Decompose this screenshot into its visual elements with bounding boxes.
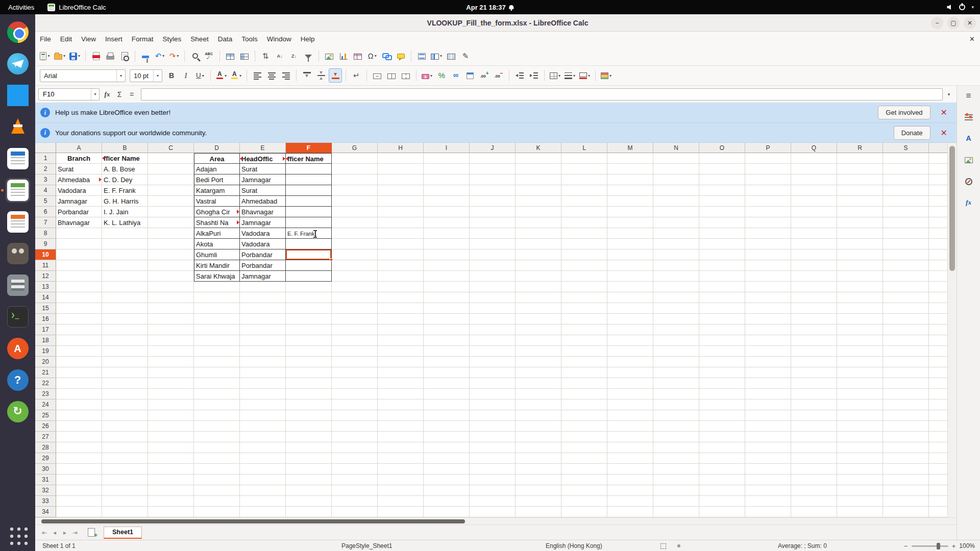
cell-H8[interactable]: [378, 228, 424, 239]
cell-A7[interactable]: Bhavnagar: [56, 217, 102, 228]
cell-N29[interactable]: [653, 453, 699, 464]
cell-Q16[interactable]: [791, 314, 837, 324]
cell-partial[interactable]: [929, 496, 947, 507]
cell-N27[interactable]: [653, 432, 699, 442]
cell-O33[interactable]: [699, 496, 745, 507]
cell-A29[interactable]: [56, 453, 102, 464]
cell-N28[interactable]: [653, 442, 699, 453]
dock-item-writer[interactable]: [6, 146, 30, 171]
cell-O24[interactable]: [699, 399, 745, 410]
dock-item-updater[interactable]: [6, 399, 30, 424]
sidebar-styles-button[interactable]: A: [962, 132, 976, 145]
cell-E2[interactable]: Surat: [240, 164, 286, 174]
cell-N12[interactable]: [653, 271, 699, 282]
cell-partial[interactable]: [929, 271, 947, 282]
cell-A27[interactable]: [56, 432, 102, 442]
cell-O8[interactable]: [699, 228, 745, 239]
cell-B4[interactable]: E. F. Frank: [102, 185, 148, 196]
insert-hyperlink-button[interactable]: [380, 49, 393, 63]
cell-O23[interactable]: [699, 389, 745, 399]
cell-M30[interactable]: [607, 464, 653, 474]
cell-G34[interactable]: [332, 507, 378, 517]
cell-E24[interactable]: [240, 399, 286, 410]
row-header-34[interactable]: 34: [35, 507, 56, 517]
row-header-15[interactable]: 15: [35, 303, 56, 314]
cell-P4[interactable]: [745, 185, 791, 196]
cell-partial[interactable]: [929, 228, 947, 239]
cell-D22[interactable]: [194, 378, 240, 389]
insert-special-character-button[interactable]: Ω▾: [365, 49, 379, 63]
cell-R16[interactable]: [837, 314, 883, 324]
vertical-scrollbar-thumb[interactable]: [949, 146, 955, 271]
cell-D34[interactable]: [194, 507, 240, 517]
cell-G30[interactable]: [332, 464, 378, 474]
cell-M14[interactable]: [607, 292, 653, 303]
cell-H27[interactable]: [378, 432, 424, 442]
cell-D11[interactable]: Kirti Mandir: [194, 260, 240, 271]
cell-A11[interactable]: [56, 260, 102, 271]
cell-D9[interactable]: Akota: [194, 239, 240, 249]
cell-D6[interactable]: Ghogha Cir: [194, 207, 240, 217]
cell-L31[interactable]: [561, 474, 607, 485]
cell-M4[interactable]: [607, 185, 653, 196]
cell-partial[interactable]: [929, 378, 947, 389]
cell-C8[interactable]: [148, 228, 194, 239]
menu-format[interactable]: Format: [127, 32, 158, 46]
cell-S10[interactable]: [883, 249, 929, 260]
col-header-C[interactable]: C: [148, 143, 194, 153]
cell-L19[interactable]: [561, 346, 607, 357]
cell-L2[interactable]: [561, 164, 607, 174]
cell-H10[interactable]: [378, 249, 424, 260]
cell-M21[interactable]: [607, 367, 653, 378]
cell-R14[interactable]: [837, 292, 883, 303]
cell-R24[interactable]: [837, 399, 883, 410]
add-decimal-place-button[interactable]: [478, 68, 491, 83]
cell-Q26[interactable]: [791, 421, 837, 432]
col-header-N[interactable]: N: [653, 143, 699, 153]
cell-N33[interactable]: [653, 496, 699, 507]
cell-F15[interactable]: [286, 303, 332, 314]
document-modified-icon[interactable]: [677, 540, 680, 551]
cell-D32[interactable]: [194, 485, 240, 496]
cell-K15[interactable]: [516, 303, 561, 314]
cell-G14[interactable]: [332, 292, 378, 303]
cell-K30[interactable]: [516, 464, 561, 474]
cell-F18[interactable]: [286, 335, 332, 346]
row-header-10[interactable]: 10: [35, 249, 56, 260]
cell-N13[interactable]: [653, 282, 699, 292]
cell-P33[interactable]: [745, 496, 791, 507]
cell-C5[interactable]: [148, 196, 194, 207]
dropdown-arrow-icon[interactable]: ▾: [430, 73, 432, 78]
cell-B25[interactable]: [102, 410, 148, 421]
cell-L4[interactable]: [561, 185, 607, 196]
cell-M20[interactable]: [607, 357, 653, 367]
cell-S33[interactable]: [883, 496, 929, 507]
cell-O32[interactable]: [699, 485, 745, 496]
cell-N10[interactable]: [653, 249, 699, 260]
cell-C7[interactable]: [148, 217, 194, 228]
cell-O1[interactable]: [699, 153, 745, 164]
dropdown-arrow-icon[interactable]: ▾: [609, 73, 611, 78]
cell-G26[interactable]: [332, 421, 378, 432]
cell-partial[interactable]: [929, 474, 947, 485]
cell-F28[interactable]: [286, 442, 332, 453]
cell-M28[interactable]: [607, 442, 653, 453]
cell-D29[interactable]: [194, 453, 240, 464]
cell-D5[interactable]: Vastral: [194, 196, 240, 207]
cell-B21[interactable]: [102, 367, 148, 378]
sidebar-properties-button[interactable]: [962, 110, 976, 123]
cell-P22[interactable]: [745, 378, 791, 389]
cell-M33[interactable]: [607, 496, 653, 507]
cell-D13[interactable]: [194, 282, 240, 292]
cell-C23[interactable]: [148, 389, 194, 399]
last-sheet-button[interactable]: ⇥: [70, 527, 80, 538]
cell-K6[interactable]: [516, 207, 561, 217]
cell-J34[interactable]: [470, 507, 516, 517]
cell-P21[interactable]: [745, 367, 791, 378]
cell-H19[interactable]: [378, 346, 424, 357]
cell-Q12[interactable]: [791, 271, 837, 282]
cell-D7[interactable]: Shashti Na: [194, 217, 240, 228]
cell-M9[interactable]: [607, 239, 653, 249]
cell-P30[interactable]: [745, 464, 791, 474]
cell-E11[interactable]: Porbandar: [240, 260, 286, 271]
